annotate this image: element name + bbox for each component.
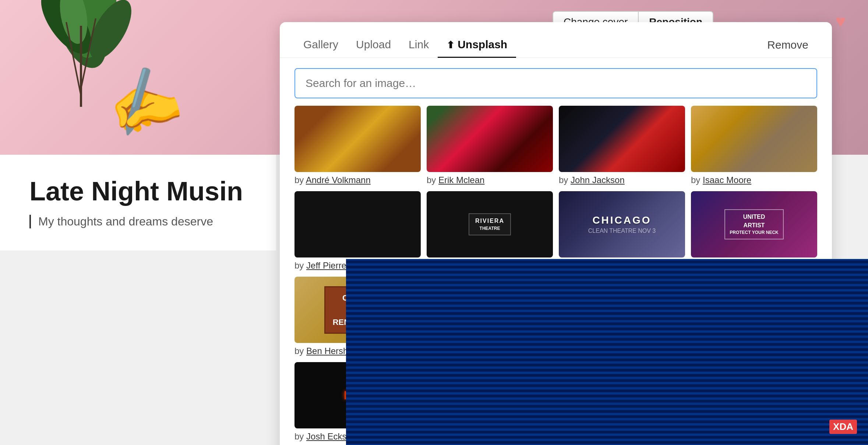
list-item: by André Volkmann [294, 106, 421, 185]
chicago-theater-text: CHICAGO [592, 214, 651, 226]
image-credit-2: by Erik Mclean [427, 175, 553, 185]
image-credit-3: by John Jackson [559, 175, 685, 185]
image-credit-1: by André Volkmann [294, 175, 421, 185]
author-link-1[interactable]: André Volkmann [306, 175, 371, 185]
image-thumb-3[interactable] [559, 106, 685, 172]
image-thumb-6[interactable]: RIVIERA THEATRE [427, 191, 553, 257]
image-thumb-4[interactable] [691, 106, 817, 172]
image-thumb-8[interactable]: UNITEDARTISTPROTECT YOUR NECK [691, 191, 817, 257]
list-item: by Isaac Moore [691, 106, 817, 185]
unsplash-icon: ⬆ [447, 39, 455, 50]
search-area [280, 58, 832, 106]
remove-button[interactable]: Remove [758, 33, 817, 57]
image-thumb-5[interactable] [294, 191, 421, 257]
image-grid: by André Volkmann by Erik Mclean by John… [280, 106, 832, 442]
xda-watermark: XDA [829, 420, 857, 434]
image-thumb-11[interactable] [559, 277, 685, 343]
image-thumb-2[interactable] [427, 106, 553, 172]
author-link-3[interactable]: John Jackson [571, 175, 625, 185]
list-item: by Marius GIRE [559, 277, 685, 356]
image-credit-4: by Isaac Moore [691, 175, 817, 185]
tab-link[interactable]: Link [400, 32, 438, 58]
panel-tabs: Gallery Upload Link ⬆Unsplash Remove [280, 22, 832, 58]
heart-icon: ♥ [836, 11, 846, 31]
image-thumb-1[interactable] [294, 106, 421, 172]
author-link-5[interactable]: Jeff Pierre [306, 260, 346, 270]
list-item: by John Jackson [559, 106, 685, 185]
tab-upload[interactable]: Upload [347, 32, 400, 58]
search-input[interactable] [294, 68, 817, 98]
page-content-area: Late Night Musin My thoughts and dreams … [0, 155, 276, 250]
theater-sign-text: RIVIERA THEATRE [469, 213, 511, 235]
list-item: by Erik Mclean [427, 106, 553, 185]
tab-gallery[interactable]: Gallery [294, 32, 347, 58]
image-thumb-7[interactable]: CHICAGO CLEAN THEATRE NOV 3 [559, 191, 685, 257]
author-link-4[interactable]: Isaac Moore [703, 175, 751, 185]
page-subtitle: My thoughts and dreams deserve [29, 215, 247, 228]
page-title: Late Night Musin [29, 177, 247, 206]
author-link-2[interactable]: Erik Mclean [438, 175, 484, 185]
unsplash-panel: Gallery Upload Link ⬆Unsplash Remove by … [280, 22, 832, 445]
tab-unsplash[interactable]: ⬆Unsplash [438, 32, 516, 58]
xda-logo: XDA [829, 420, 857, 434]
